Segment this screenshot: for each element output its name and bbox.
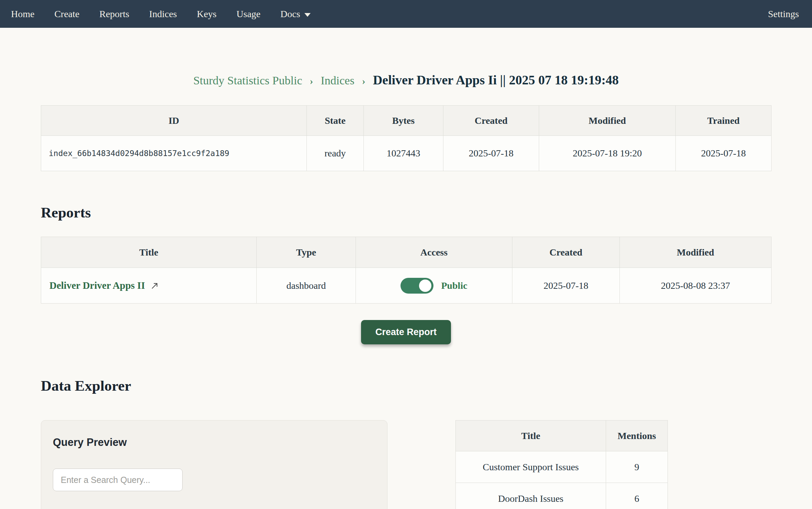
mentions-header-mentions: Mentions	[606, 421, 668, 451]
breadcrumb: Sturdy Statistics Public › Indices › Del…	[41, 72, 771, 87]
reports-header-modified: Modified	[620, 237, 772, 268]
data-explorer-heading: Data Explorer	[41, 377, 771, 394]
reports-header-type: Type	[257, 237, 356, 268]
table-row[interactable]: Customer Support Issues 9	[456, 451, 668, 483]
index-table-row: index_66b14834d0294d8b88157e1cc9f2a189 r…	[41, 136, 772, 171]
reports-cell-created: 2025-07-18	[512, 268, 620, 304]
access-label: Public	[441, 280, 467, 291]
nav-item-indices[interactable]: Indices	[149, 9, 177, 20]
search-query-input[interactable]	[53, 469, 183, 491]
table-row[interactable]: DoorDash Issues 6	[456, 483, 668, 509]
reports-cell-title: Deliver Driver Apps II	[41, 268, 257, 304]
data-explorer-section: Query Preview Title Mentions Customer Su…	[41, 420, 771, 509]
query-preview-title: Query Preview	[53, 436, 375, 449]
reports-table-header-row: Title Type Access Created Modified	[41, 237, 772, 268]
mentions-cell-title: DoorDash Issues	[456, 483, 606, 509]
nav-item-docs[interactable]: Docs	[280, 9, 311, 20]
nav-item-create[interactable]: Create	[54, 9, 79, 20]
external-link-icon[interactable]	[150, 281, 159, 290]
index-cell-state: ready	[307, 136, 364, 171]
mentions-table-header-row: Title Mentions	[456, 421, 668, 451]
reports-cell-modified: 2025-08-08 23:37	[620, 268, 772, 304]
index-header-modified: Modified	[539, 106, 676, 136]
report-title-link[interactable]: Deliver Driver Apps II	[49, 280, 145, 291]
nav-docs-label: Docs	[280, 9, 300, 20]
index-header-state: State	[307, 106, 364, 136]
nav-item-keys[interactable]: Keys	[197, 9, 217, 20]
page-title: Deliver Driver Apps Ii || 2025 07 18 19:…	[373, 72, 619, 87]
mentions-header-title: Title	[456, 421, 606, 451]
reports-table-row: Deliver Driver Apps II dashboard Public	[41, 268, 772, 304]
index-header-bytes: Bytes	[364, 106, 443, 136]
breadcrumb-link-indices[interactable]: Indices	[321, 74, 354, 87]
breadcrumb-link-sturdy-statistics-public[interactable]: Sturdy Statistics Public	[193, 74, 302, 87]
index-table-header-row: ID State Bytes Created Modified Trained	[41, 106, 772, 136]
chevron-down-icon	[304, 13, 311, 17]
top-navigation-bar: Home Create Reports Indices Keys Usage D…	[0, 0, 812, 28]
nav-item-home[interactable]: Home	[11, 9, 34, 20]
access-toggle[interactable]	[401, 278, 433, 294]
nav-item-settings[interactable]: Settings	[768, 9, 799, 20]
query-preview-panel: Query Preview	[41, 420, 387, 509]
index-cell-created: 2025-07-18	[443, 136, 539, 171]
index-cell-id: index_66b14834d0294d8b88157e1cc9f2a189	[41, 136, 307, 171]
index-header-created: Created	[443, 106, 539, 136]
reports-header-access: Access	[356, 237, 512, 268]
reports-table: Title Type Access Created Modified Deliv…	[41, 237, 772, 304]
index-cell-modified: 2025-07-18 19:20	[539, 136, 676, 171]
index-cell-bytes: 1027443	[364, 136, 443, 171]
index-header-id: ID	[41, 106, 307, 136]
mentions-cell-count: 9	[606, 451, 668, 483]
toggle-knob	[419, 280, 431, 292]
create-report-button[interactable]: Create Report	[361, 320, 451, 344]
reports-cell-access: Public	[356, 268, 512, 304]
index-cell-trained: 2025-07-18	[676, 136, 772, 171]
index-table: ID State Bytes Created Modified Trained …	[41, 105, 772, 171]
mentions-table: Title Mentions Customer Support Issues 9…	[455, 420, 668, 509]
reports-header-created: Created	[512, 237, 620, 268]
reports-heading: Reports	[41, 204, 771, 221]
reports-cell-type: dashboard	[257, 268, 356, 304]
nav-item-usage[interactable]: Usage	[236, 9, 260, 20]
index-header-trained: Trained	[676, 106, 772, 136]
mentions-cell-count: 6	[606, 483, 668, 509]
nav-item-reports[interactable]: Reports	[100, 9, 129, 20]
reports-header-title: Title	[41, 237, 257, 268]
breadcrumb-separator-icon: ›	[362, 75, 366, 87]
mentions-cell-title: Customer Support Issues	[456, 451, 606, 483]
breadcrumb-separator-icon: ›	[310, 75, 313, 87]
